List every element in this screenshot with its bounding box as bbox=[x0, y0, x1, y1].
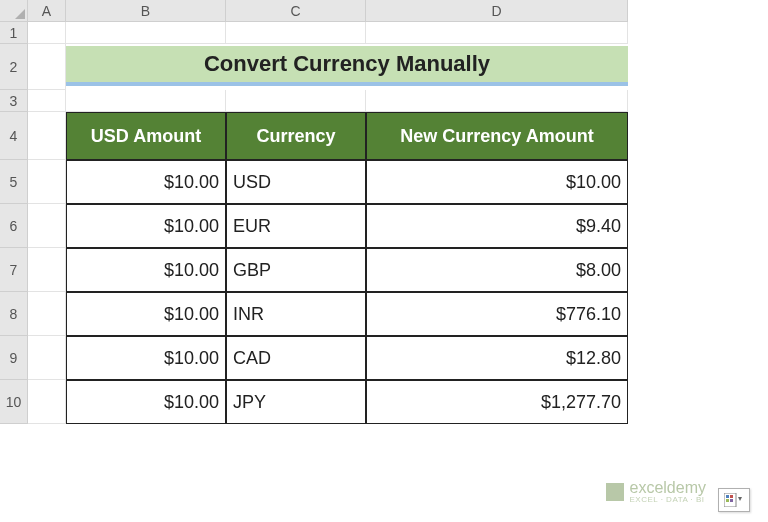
cell-D6[interactable]: $9.40 bbox=[366, 204, 628, 248]
page-title[interactable]: Convert Currency Manually bbox=[66, 46, 628, 86]
brand-icon bbox=[606, 483, 624, 501]
row-header-4[interactable]: 4 bbox=[0, 112, 28, 160]
th-currency[interactable]: Currency bbox=[226, 112, 366, 160]
cell-B8[interactable]: $10.00 bbox=[66, 292, 226, 336]
cell-C9[interactable]: CAD bbox=[226, 336, 366, 380]
spreadsheet-grid: A B C D 1 2 Convert Currency Manually 3 … bbox=[0, 0, 768, 424]
row-header-1[interactable]: 1 bbox=[0, 22, 28, 44]
cell-B3[interactable] bbox=[66, 90, 226, 112]
cell-C5[interactable]: USD bbox=[226, 160, 366, 204]
cell-A5[interactable] bbox=[28, 160, 66, 204]
watermark-brand: exceldemy bbox=[630, 479, 706, 496]
row-header-6[interactable]: 6 bbox=[0, 204, 28, 248]
cell-C6[interactable]: EUR bbox=[226, 204, 366, 248]
svg-rect-3 bbox=[726, 499, 729, 502]
svg-rect-2 bbox=[730, 495, 733, 498]
col-header-B[interactable]: B bbox=[66, 0, 226, 22]
cell-A6[interactable] bbox=[28, 204, 66, 248]
col-header-D[interactable]: D bbox=[366, 0, 628, 22]
cell-D5[interactable]: $10.00 bbox=[366, 160, 628, 204]
cell-A8[interactable] bbox=[28, 292, 66, 336]
cell-A4[interactable] bbox=[28, 112, 66, 160]
cell-A2[interactable] bbox=[28, 44, 66, 90]
cell-B7[interactable]: $10.00 bbox=[66, 248, 226, 292]
cell-C10[interactable]: JPY bbox=[226, 380, 366, 424]
row-header-5[interactable]: 5 bbox=[0, 160, 28, 204]
watermark-tag: EXCEL · DATA · BI bbox=[630, 495, 706, 504]
cell-D8[interactable]: $776.10 bbox=[366, 292, 628, 336]
th-new-amount[interactable]: New Currency Amount bbox=[366, 112, 628, 160]
cell-A10[interactable] bbox=[28, 380, 66, 424]
cell-A1[interactable] bbox=[28, 22, 66, 44]
cell-A3[interactable] bbox=[28, 90, 66, 112]
cell-C3[interactable] bbox=[226, 90, 366, 112]
cell-B5[interactable]: $10.00 bbox=[66, 160, 226, 204]
cell-B1[interactable] bbox=[66, 22, 226, 44]
row-header-2[interactable]: 2 bbox=[0, 44, 28, 90]
cell-C1[interactable] bbox=[226, 22, 366, 44]
watermark: exceldemy EXCEL · DATA · BI bbox=[606, 479, 706, 504]
cell-D1[interactable] bbox=[366, 22, 628, 44]
cell-A9[interactable] bbox=[28, 336, 66, 380]
col-header-A[interactable]: A bbox=[28, 0, 66, 22]
cell-B10[interactable]: $10.00 bbox=[66, 380, 226, 424]
row-header-8[interactable]: 8 bbox=[0, 292, 28, 336]
th-usd-amount[interactable]: USD Amount bbox=[66, 112, 226, 160]
svg-rect-1 bbox=[726, 495, 729, 498]
row-header-7[interactable]: 7 bbox=[0, 248, 28, 292]
cell-B9[interactable]: $10.00 bbox=[66, 336, 226, 380]
cell-D7[interactable]: $8.00 bbox=[366, 248, 628, 292]
cell-D10[interactable]: $1,277.70 bbox=[366, 380, 628, 424]
paste-options-button[interactable] bbox=[718, 488, 750, 512]
paste-options-icon bbox=[724, 493, 744, 507]
row-header-3[interactable]: 3 bbox=[0, 90, 28, 112]
col-header-C[interactable]: C bbox=[226, 0, 366, 22]
cell-B6[interactable]: $10.00 bbox=[66, 204, 226, 248]
cell-D3[interactable] bbox=[366, 90, 628, 112]
row-header-10[interactable]: 10 bbox=[0, 380, 28, 424]
cell-A7[interactable] bbox=[28, 248, 66, 292]
cell-D9[interactable]: $12.80 bbox=[366, 336, 628, 380]
select-all-corner[interactable] bbox=[0, 0, 28, 22]
row-header-9[interactable]: 9 bbox=[0, 336, 28, 380]
cell-C7[interactable]: GBP bbox=[226, 248, 366, 292]
cell-C8[interactable]: INR bbox=[226, 292, 366, 336]
svg-rect-4 bbox=[730, 499, 733, 502]
